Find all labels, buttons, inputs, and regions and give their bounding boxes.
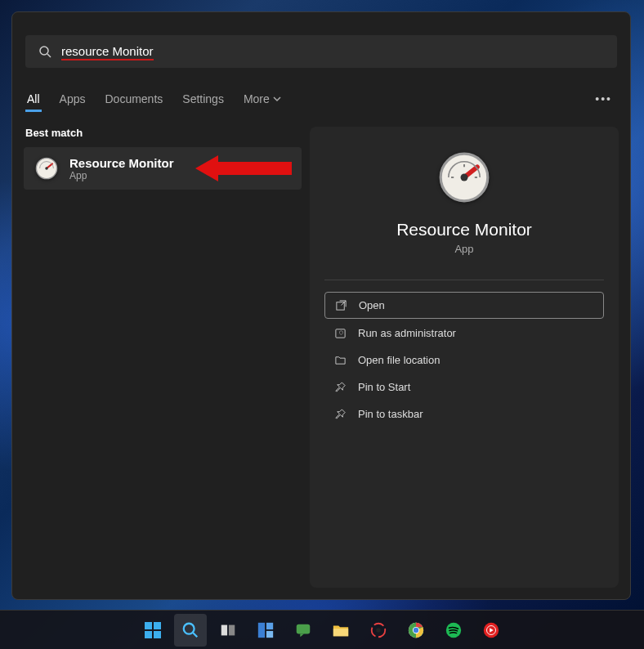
task-view-icon[interactable] [212,614,244,647]
action-label: Open file location [358,354,440,366]
annotation-arrow [195,152,293,185]
app-circle-icon[interactable] [362,614,395,647]
svg-rect-22 [266,630,273,637]
search-input[interactable]: resource Monitor [61,44,154,58]
tab-settings[interactable]: Settings [181,86,226,112]
search-icon [38,45,51,58]
result-item-resource-monitor[interactable]: Resource Monitor App [24,147,302,190]
tab-documents[interactable]: Documents [103,86,164,112]
svg-rect-19 [229,624,235,635]
start-icon[interactable] [136,614,169,647]
youtube-music-icon[interactable] [475,614,508,647]
detail-subtitle: App [454,243,473,255]
tab-more[interactable]: More [242,86,283,112]
svg-rect-18 [221,624,227,635]
spotify-icon[interactable] [437,614,470,647]
action-pin-taskbar[interactable]: Pin to taskbar [324,401,604,427]
open-icon [335,299,347,311]
action-label: Pin to Start [358,381,410,393]
chat-icon[interactable] [287,614,320,647]
action-open-location[interactable]: Open file location [324,347,604,373]
detail-panel: Resource Monitor App Open Run as adminis… [310,127,619,588]
chevron-down-icon [273,95,281,103]
action-label: Run as administrator [358,327,456,339]
action-run-admin[interactable]: Run as administrator [324,320,604,346]
svg-line-17 [193,632,198,637]
svg-rect-20 [258,622,265,637]
action-open[interactable]: Open [324,292,604,319]
file-explorer-icon[interactable] [324,614,357,647]
svg-rect-15 [154,631,161,638]
svg-rect-11 [336,329,345,338]
gauge-icon [34,155,60,181]
gauge-icon [438,151,490,204]
admin-icon [334,327,347,339]
action-pin-start[interactable]: Pin to Start [324,374,604,400]
detail-title: Resource Monitor [396,220,532,239]
svg-line-1 [47,54,51,57]
svg-point-6 [461,174,468,181]
section-label-best-match: Best match [25,127,302,139]
start-search-panel: resource Monitor All Apps Documents Sett… [11,11,631,600]
result-title: Resource Monitor [69,156,174,170]
action-label: Open [359,299,385,311]
chrome-icon[interactable] [400,614,432,647]
svg-rect-21 [266,622,273,629]
pin-icon [334,408,347,420]
svg-rect-14 [145,631,152,638]
search-icon[interactable] [174,614,207,647]
svg-marker-4 [195,155,292,181]
tab-all[interactable]: All [25,86,42,112]
svg-rect-13 [154,622,161,629]
svg-rect-23 [297,624,311,633]
pin-icon [334,381,347,393]
svg-point-16 [184,623,195,633]
filter-tabs: All Apps Documents Settings More ••• [12,83,630,115]
result-subtitle: App [69,170,174,181]
svg-point-3 [45,167,48,170]
taskbar [0,610,644,649]
action-label: Pin to taskbar [358,408,423,420]
folder-icon [334,354,347,366]
widgets-icon[interactable] [249,614,282,647]
annotation-underline [61,59,154,60]
overflow-menu-icon[interactable]: ••• [590,92,617,105]
svg-rect-12 [145,622,152,629]
tab-apps[interactable]: Apps [58,86,87,112]
svg-point-30 [414,627,418,632]
svg-point-26 [376,628,381,633]
divider [324,280,604,280]
search-bar[interactable]: resource Monitor [25,35,617,68]
svg-point-0 [40,47,48,55]
svg-rect-24 [333,629,348,636]
